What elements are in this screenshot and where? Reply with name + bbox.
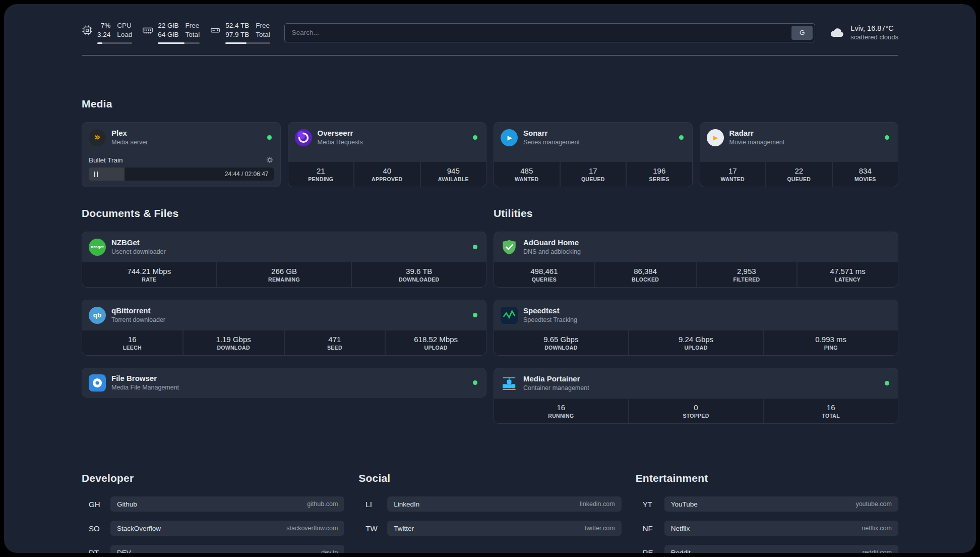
bookmark-name: Github: [117, 500, 137, 508]
disk-widget: 52.4 TB 97.9 TB Free Total: [210, 21, 270, 44]
bookmark-youtube[interactable]: YT YouTube youtube.com: [636, 496, 898, 512]
stat: 834 MOVIES: [833, 162, 898, 187]
status-dot: [679, 135, 684, 140]
memory-icon: [142, 25, 153, 36]
service-name: Overseerr: [318, 129, 468, 138]
pause-icon[interactable]: [94, 172, 98, 177]
service-card-nzbget[interactable]: nzbget NZBGet Usenet downloader 744.21 M…: [82, 232, 486, 288]
service-subtitle: DNS and adblocking: [523, 248, 891, 256]
stat: 0 STOPPED: [629, 399, 763, 424]
service-card-plex[interactable]: » Plex Media server Bullet Train: [82, 122, 281, 187]
radarr-icon: ▶: [707, 129, 724, 146]
stat: 17 WANTED: [700, 162, 766, 187]
section-title-developer: Developer: [82, 472, 344, 484]
disk-free: 52.4 TB: [225, 21, 249, 30]
cpu-icon: [82, 25, 93, 36]
bookmark-name: Netflix: [671, 525, 690, 532]
dashboard: 7% 3.24 CPU Load: [4, 4, 976, 553]
cpu-load: 3.24: [97, 30, 110, 39]
service-subtitle: Media File Management: [111, 384, 467, 392]
service-name: Sonarr: [523, 129, 673, 138]
service-card-adguard[interactable]: AdGuard Home DNS and adblocking 498,461 …: [494, 232, 898, 288]
status-dot: [267, 135, 272, 140]
bookmark-name: DEV: [117, 549, 131, 553]
bookmark-abbr: TW: [358, 524, 387, 533]
bookmark-dev[interactable]: DT DEV dev.to: [82, 545, 344, 553]
service-card-overseerr[interactable]: Overseerr Media Requests 21 PENDING 40 A…: [288, 122, 487, 187]
disk-total: 97.9 TB: [225, 30, 249, 39]
weather-widget: Lviv, 16.87°C scattered clouds: [829, 24, 898, 42]
disk-usage-bar: [225, 42, 270, 44]
bookmark-netflix[interactable]: NF Netflix netflix.com: [636, 521, 898, 536]
service-name: qBittorrent: [111, 306, 467, 316]
stat: 21 PENDING: [288, 162, 354, 187]
bookmark-name: LinkedIn: [394, 500, 419, 508]
now-playing-title: Bullet Train: [89, 156, 123, 164]
bookmark-domain: twitter.com: [585, 525, 615, 532]
service-name: AdGuard Home: [523, 238, 891, 248]
bookmark-abbr: SO: [82, 524, 110, 533]
service-card-filebrowser[interactable]: File Browser Media File Management: [82, 368, 486, 398]
bookmark-domain: stackoverflow.com: [286, 525, 338, 532]
stat: 86,384 BLOCKED: [595, 262, 696, 288]
disk-label-1: Free: [256, 21, 270, 30]
stat: 744.21 Mbps RATE: [82, 262, 216, 288]
cloud-icon: [829, 25, 845, 41]
bookmark-github[interactable]: GH Github github.com: [82, 496, 344, 512]
section-utilities: Utilities AdGuard Home DNS and adblocki: [494, 207, 898, 436]
stat: 266 GB REMAINING: [217, 262, 351, 288]
bookmark-name: Reddit: [671, 549, 691, 553]
service-card-qbittorrent[interactable]: qb qBittorrent Torrent downloader 16 LEE…: [82, 300, 486, 356]
bookmark-twitter[interactable]: TW Twitter twitter.com: [358, 521, 621, 536]
bookmark-domain: netflix.com: [862, 525, 892, 532]
bookmark-domain: linkedin.com: [580, 500, 615, 508]
service-card-radarr[interactable]: ▶ Radarr Movie management 17 WANTED: [700, 122, 899, 187]
playback-progress-bar[interactable]: 24:44 / 02:06:47: [89, 168, 274, 181]
disk-label-2: Total: [256, 30, 270, 39]
bookmark-group-developer: Developer GH Github github.com SO StackO…: [82, 472, 344, 553]
service-subtitle: Media server: [111, 139, 262, 147]
topbar-divider: [82, 55, 898, 55]
bookmark-reddit[interactable]: RE Reddit reddit.com: [636, 545, 898, 553]
gear-icon[interactable]: [266, 156, 274, 164]
overseerr-icon: [295, 129, 312, 146]
search-input[interactable]: [285, 24, 790, 42]
cpu-usage-fill: [97, 42, 102, 44]
sonarr-icon: ▶: [501, 129, 518, 146]
memory-total: 64 GiB: [158, 30, 178, 39]
service-subtitle: Torrent downloader: [111, 316, 467, 324]
bookmark-abbr: GH: [82, 500, 110, 509]
bookmark-domain: reddit.com: [863, 549, 892, 553]
portainer-icon: [501, 375, 518, 392]
plex-icon: »: [89, 129, 106, 146]
stat: 498,461 QUERIES: [494, 262, 594, 288]
service-card-speedtest[interactable]: Speedtest Speedtest Tracking 9.65 Gbps D…: [494, 300, 898, 356]
memory-label-2: Total: [186, 30, 200, 39]
stat: 0.993 ms PING: [764, 330, 898, 356]
weather-location: Lviv, 16.87°C: [850, 24, 898, 33]
bookmark-abbr: RE: [636, 548, 664, 553]
bookmark-stackoverflow[interactable]: SO StackOverflow stackoverflow.com: [82, 521, 344, 536]
memory-widget: 22 GiB 64 GiB Free Total: [142, 21, 200, 44]
cpu-percent: 7%: [101, 21, 111, 30]
bookmark-group-entertainment: Entertainment YT YouTube youtube.com NF …: [636, 472, 898, 553]
topbar: 7% 3.24 CPU Load: [82, 21, 898, 44]
plex-now-playing: Bullet Train 24:44 / 02:06:4: [82, 155, 280, 187]
bookmark-abbr: DT: [82, 548, 110, 553]
service-card-portainer[interactable]: Media Portainer Container management 16 …: [494, 368, 898, 424]
memory-label-1: Free: [186, 21, 200, 30]
qbittorrent-icon: qb: [89, 307, 106, 324]
service-card-sonarr[interactable]: ▶ Sonarr Series management 485 WANTED: [494, 122, 693, 187]
bookmark-linkedin[interactable]: LI LinkedIn linkedin.com: [358, 496, 621, 512]
stat: 17 QUEUED: [561, 162, 626, 187]
section-documents: Documents & Files nzbget NZBGet Usenet d…: [82, 207, 486, 410]
search-provider-button[interactable]: G: [791, 26, 813, 40]
status-dot: [885, 381, 889, 385]
cpu-widget: 7% 3.24 CPU Load: [82, 21, 132, 44]
section-title-media: Media: [82, 98, 898, 110]
filebrowser-icon: [89, 374, 106, 392]
status-dot: [473, 313, 477, 317]
service-subtitle: Container management: [523, 384, 879, 393]
stat: 2,953 FILTERED: [697, 262, 797, 288]
stat: 16 LEECH: [82, 330, 182, 356]
